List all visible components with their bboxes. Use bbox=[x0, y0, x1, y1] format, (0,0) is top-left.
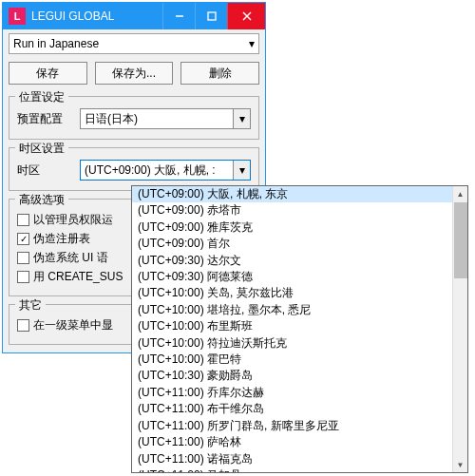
scroll-down-icon[interactable]: ▼ bbox=[453, 457, 468, 472]
app-icon: L bbox=[9, 8, 26, 25]
chevron-down-icon: ▾ bbox=[249, 37, 255, 50]
close-button[interactable] bbox=[227, 3, 265, 29]
timezone-option[interactable]: (UTC+11:00) 布干维尔岛 bbox=[132, 401, 467, 417]
timezone-option[interactable]: (UTC+10:00) 符拉迪沃斯托克 bbox=[132, 335, 467, 352]
check-label: 伪造系统 UI 语 bbox=[33, 250, 108, 266]
preset-label: 预置配置 bbox=[17, 111, 74, 127]
scroll-up-icon[interactable]: ▲ bbox=[453, 186, 468, 201]
timezone-option[interactable]: (UTC+09:00) 大阪, 札幌, 东京 bbox=[132, 186, 467, 202]
timezone-option[interactable]: (UTC+11:00) 乔库尔达赫 bbox=[132, 385, 467, 401]
svg-rect-1 bbox=[208, 12, 216, 20]
group-misc-title: 其它 bbox=[15, 297, 46, 314]
chevron-down-icon: ▾ bbox=[233, 161, 250, 180]
minimize-button[interactable] bbox=[162, 3, 195, 29]
timezone-label: 时区 bbox=[17, 162, 74, 179]
checkbox-icon: ✓ bbox=[17, 233, 29, 245]
delete-button[interactable]: 删除 bbox=[180, 62, 259, 85]
timezone-option[interactable]: (UTC+09:30) 达尔文 bbox=[132, 253, 467, 269]
timezone-option[interactable]: (UTC+11:00) 诺福克岛 bbox=[132, 451, 467, 467]
timezone-select[interactable]: (UTC+09:00) 大阪, 札幌, : ▾ bbox=[80, 160, 251, 181]
titlebar[interactable]: L LEGUI GLOBAL bbox=[3, 3, 265, 29]
timezone-dropdown-list[interactable]: (UTC+09:00) 大阪, 札幌, 东京(UTC+09:00) 赤塔市(UT… bbox=[131, 185, 468, 473]
chevron-down-icon: ▾ bbox=[233, 109, 250, 128]
save-as-button[interactable]: 保存为... bbox=[95, 62, 174, 85]
group-timezone-title: 时区设置 bbox=[15, 141, 68, 157]
timezone-option[interactable]: (UTC+10:30) 豪勋爵岛 bbox=[132, 368, 467, 384]
timezone-option[interactable]: (UTC+11:00) 所罗门群岛, 新喀里多尼亚 bbox=[132, 418, 467, 434]
group-location-title: 位置设定 bbox=[15, 89, 68, 105]
run-mode-value: Run in Japanese bbox=[13, 37, 99, 50]
checkbox-icon bbox=[17, 271, 29, 283]
timezone-option[interactable]: (UTC+10:00) 布里斯班 bbox=[132, 318, 467, 334]
check-label: 用 CREATE_SUS bbox=[33, 269, 123, 285]
timezone-option[interactable]: (UTC+09:00) 雅库茨克 bbox=[132, 219, 467, 236]
check-label: 在一级菜单中显 bbox=[33, 317, 113, 333]
run-mode-select[interactable]: Run in Japanese ▾ bbox=[9, 33, 259, 54]
group-advanced-title: 高级选项 bbox=[15, 192, 68, 208]
timezone-option[interactable]: (UTC+11:00) 马加丹 bbox=[132, 467, 467, 473]
timezone-option[interactable]: (UTC+09:30) 阿德莱德 bbox=[132, 269, 467, 285]
maximize-button[interactable] bbox=[195, 3, 227, 29]
timezone-option[interactable]: (UTC+09:00) 赤塔市 bbox=[132, 202, 467, 219]
window-title: LEGUI GLOBAL bbox=[31, 10, 162, 23]
group-location: 位置设定 预置配置 日语(日本) ▾ bbox=[9, 96, 259, 140]
timezone-option[interactable]: (UTC+11:00) 萨哈林 bbox=[132, 434, 467, 450]
save-button[interactable]: 保存 bbox=[9, 62, 87, 85]
preset-select[interactable]: 日语(日本) ▾ bbox=[80, 108, 251, 129]
timezone-option[interactable]: (UTC+10:00) 堪培拉, 墨尔本, 悉尼 bbox=[132, 302, 467, 318]
timezone-option[interactable]: (UTC+10:00) 霍巴特 bbox=[132, 352, 467, 368]
checkbox-icon bbox=[17, 319, 29, 332]
check-label: 伪造注册表 bbox=[33, 231, 90, 247]
timezone-option[interactable]: (UTC+10:00) 关岛, 莫尔兹比港 bbox=[132, 285, 467, 301]
preset-value: 日语(日本) bbox=[85, 111, 138, 127]
checkbox-icon bbox=[17, 252, 29, 264]
timezone-option[interactable]: (UTC+09:00) 首尔 bbox=[132, 236, 467, 252]
scrollbar[interactable]: ▲ ▼ bbox=[452, 186, 467, 472]
checkbox-icon bbox=[17, 214, 29, 226]
scrollbar-thumb[interactable] bbox=[454, 202, 467, 278]
check-label: 以管理员权限运 bbox=[33, 212, 113, 228]
timezone-value: (UTC+09:00) 大阪, 札幌, : bbox=[85, 162, 216, 179]
